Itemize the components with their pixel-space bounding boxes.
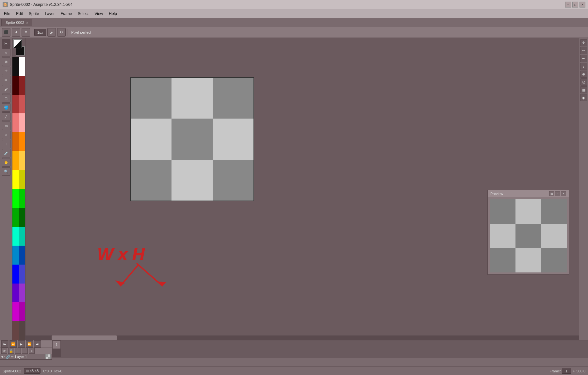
preview-title-label: Preview bbox=[490, 192, 503, 196]
right-tool-7[interactable]: ▦ bbox=[580, 86, 587, 93]
palette-color-4-1[interactable] bbox=[19, 132, 25, 151]
right-tool-2[interactable]: ✏ bbox=[580, 47, 587, 54]
frame-header-1: 1 bbox=[52, 340, 61, 349]
frames-area: ⏮ ⏪ ▶ ⏩ ⏭ 👁 🔒 + − ≡ 👁 🔗 ✏ Layer 1 bbox=[0, 340, 588, 358]
move-tool[interactable]: ✛ bbox=[2, 67, 10, 75]
palette-color-3-1[interactable] bbox=[19, 113, 25, 132]
frame-plus-btn[interactable]: + bbox=[572, 369, 575, 373]
layer-remove-btn[interactable]: − bbox=[22, 348, 28, 354]
palette-color-4-0[interactable] bbox=[12, 132, 19, 151]
lasso-tool[interactable]: ○ bbox=[2, 48, 10, 57]
play-end-btn[interactable]: ⏭ bbox=[34, 340, 41, 348]
close-button[interactable]: × bbox=[580, 2, 585, 8]
palette-color-1-1[interactable] bbox=[19, 76, 25, 95]
tool-btn-3[interactable]: ⬆ bbox=[22, 28, 30, 37]
layer-visibility-btn[interactable]: 👁 bbox=[1, 348, 7, 354]
color-panel bbox=[12, 38, 25, 340]
pencil-tool[interactable]: ✏ bbox=[2, 76, 10, 84]
layer-menu-btn[interactable]: ≡ bbox=[29, 348, 35, 354]
ellipse-tool[interactable]: ○ bbox=[2, 131, 10, 139]
palette-color-6-1[interactable] bbox=[19, 170, 25, 189]
palette-color-1-0[interactable] bbox=[12, 76, 19, 95]
right-tool-5[interactable]: ⊕ bbox=[580, 71, 587, 78]
palette-color-12-0[interactable] bbox=[12, 284, 19, 302]
scrollbar-thumb[interactable] bbox=[52, 335, 117, 340]
menu-layer[interactable]: Layer bbox=[42, 10, 57, 17]
frame-cell-1[interactable] bbox=[52, 349, 61, 357]
text-tool[interactable]: T bbox=[2, 140, 10, 148]
palette-color-7-0[interactable] bbox=[12, 189, 19, 208]
palette-color-10-1[interactable] bbox=[19, 246, 25, 265]
palette-color-2-0[interactable] bbox=[12, 95, 19, 114]
h-scrollbar[interactable] bbox=[25, 335, 579, 340]
brush-tool[interactable]: 🖌 bbox=[2, 85, 10, 93]
tool-btn-2[interactable]: ⬇ bbox=[12, 28, 20, 37]
tool-btn-1[interactable]: ⬛ bbox=[2, 28, 10, 37]
menu-frame[interactable]: Frame bbox=[58, 10, 74, 17]
palette-color-0-0[interactable] bbox=[12, 57, 19, 76]
maximize-button[interactable]: □ bbox=[572, 2, 578, 8]
play-prev-btn[interactable]: ⏪ bbox=[9, 340, 17, 348]
preview-cell-3 bbox=[490, 224, 515, 248]
window-controls: − □ × bbox=[565, 2, 585, 8]
rect-tool[interactable]: ▭ bbox=[2, 122, 10, 130]
minimize-button[interactable]: − bbox=[565, 2, 571, 8]
palette-color-2-1[interactable] bbox=[19, 95, 25, 114]
palette-color-5-1[interactable] bbox=[19, 151, 25, 170]
layer-add-btn[interactable]: + bbox=[15, 348, 21, 354]
eraser-tool[interactable]: ◻ bbox=[2, 94, 10, 103]
palette-color-0-1[interactable] bbox=[19, 57, 25, 76]
menu-edit[interactable]: Edit bbox=[13, 10, 25, 17]
palette-color-9-1[interactable] bbox=[19, 227, 25, 246]
layer-lock-btn[interactable]: 🔒 bbox=[8, 348, 14, 354]
menu-sprite[interactable]: Sprite bbox=[26, 10, 41, 17]
layer-1-row[interactable]: 👁 🔗 ✏ Layer 1 bbox=[0, 354, 52, 360]
tab-close-button[interactable]: × bbox=[26, 21, 28, 24]
palette-color-13-1[interactable] bbox=[19, 302, 25, 321]
hand-tool[interactable]: ✋ bbox=[2, 158, 10, 167]
palette-color-3-0[interactable] bbox=[12, 113, 19, 132]
right-tool-8[interactable]: ◉ bbox=[580, 94, 587, 101]
toolbar-separator-1 bbox=[32, 29, 32, 36]
right-tool-4[interactable]: ↕ bbox=[580, 63, 587, 70]
eyedropper-tool[interactable]: 💉 bbox=[2, 149, 10, 157]
fg-color-swatch[interactable] bbox=[13, 39, 22, 48]
menu-select[interactable]: Select bbox=[75, 10, 91, 17]
palette-color-14-1[interactable] bbox=[19, 321, 25, 340]
canvas-area[interactable]: W x H Preview ⊞ − × bbox=[25, 38, 579, 340]
play-next-btn[interactable]: ⏩ bbox=[26, 340, 33, 348]
preview-close-btn[interactable]: × bbox=[561, 191, 566, 196]
palette-color-5-0[interactable] bbox=[12, 151, 19, 170]
play-btn[interactable]: ▶ bbox=[18, 340, 25, 348]
palette-color-13-0[interactable] bbox=[12, 302, 19, 321]
select-tool[interactable]: ✂ bbox=[2, 39, 10, 48]
palette-color-8-0[interactable] bbox=[12, 208, 19, 227]
palette-color-8-1[interactable] bbox=[19, 208, 25, 227]
right-tool-3[interactable]: ✒ bbox=[580, 55, 587, 62]
palette-color-11-0[interactable] bbox=[12, 265, 19, 284]
palette-color-6-0[interactable] bbox=[12, 170, 19, 189]
frame-number-input[interactable] bbox=[562, 368, 571, 374]
palette-color-7-1[interactable] bbox=[19, 189, 25, 208]
preview-expand-btn[interactable]: ⊞ bbox=[549, 191, 554, 196]
brush-size-input[interactable] bbox=[34, 29, 46, 36]
menu-help[interactable]: Help bbox=[106, 10, 120, 17]
zoom-tool[interactable]: 🔍 bbox=[2, 167, 10, 176]
preview-minimize-btn[interactable]: − bbox=[555, 191, 560, 196]
crop-tool[interactable]: ⊠ bbox=[2, 57, 10, 66]
palette-color-12-1[interactable] bbox=[19, 284, 25, 302]
line-tool[interactable]: ╱ bbox=[2, 112, 10, 121]
play-begin-btn[interactable]: ⏮ bbox=[1, 340, 8, 348]
fill-tool[interactable]: 🪣 bbox=[2, 103, 10, 112]
menu-file[interactable]: File bbox=[1, 10, 13, 17]
palette-color-9-0[interactable] bbox=[12, 227, 19, 246]
ink-btn[interactable]: 🖋 bbox=[47, 28, 56, 37]
palette-color-11-1[interactable] bbox=[19, 265, 25, 284]
menu-view[interactable]: View bbox=[92, 10, 106, 17]
right-tool-1[interactable]: ✛ bbox=[580, 39, 587, 46]
palette-color-10-0[interactable] bbox=[12, 246, 19, 265]
right-tool-6[interactable]: ◎ bbox=[580, 78, 587, 86]
sprite-tab[interactable]: Sprite-0002 × bbox=[1, 19, 32, 26]
tool-settings-btn[interactable]: ⚙ bbox=[57, 28, 66, 37]
palette-color-14-0[interactable] bbox=[12, 321, 19, 340]
